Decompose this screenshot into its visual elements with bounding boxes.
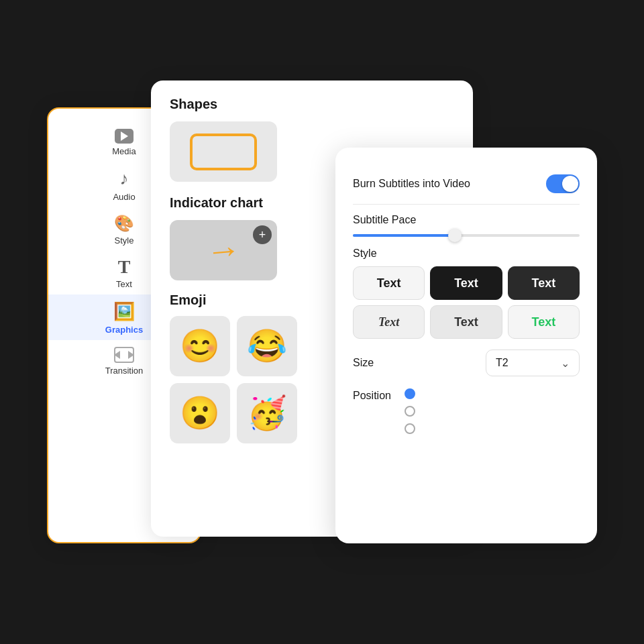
style-option-italic[interactable]: Text — [353, 305, 425, 339]
style-option-dark[interactable]: Text — [508, 266, 580, 300]
position-dot-bottom[interactable] — [405, 423, 415, 434]
text-icon: T — [118, 258, 131, 276]
emoji-card-2[interactable]: 😂 — [237, 316, 297, 376]
position-dot-top[interactable] — [405, 388, 415, 399]
style-option-plain[interactable]: Text — [353, 266, 425, 300]
style-option-medium[interactable]: Text — [430, 305, 502, 339]
subtitle-pace-slider[interactable] — [353, 234, 580, 237]
shape-card-rect[interactable] — [170, 121, 277, 182]
style-option-green[interactable]: Text — [508, 305, 580, 339]
size-dropdown[interactable]: T2 ⌄ — [486, 350, 580, 376]
sidebar-item-label-graphics: Graphics — [105, 325, 143, 335]
subtitle-pace-label: Subtitle Pace — [353, 214, 580, 226]
size-row: Size T2 ⌄ — [353, 350, 580, 376]
position-row: Position — [353, 387, 580, 434]
emoji-card-4[interactable]: 🥳 — [237, 383, 297, 443]
subtitle-pace-section: Subtitle Pace — [353, 207, 580, 248]
audio-icon: ♪ — [120, 168, 129, 189]
shapes-title: Shapes — [170, 97, 457, 112]
position-label: Position — [353, 387, 391, 402]
transition-icon — [114, 347, 134, 363]
divider-1 — [353, 204, 580, 205]
emoji-grinning: 😊 — [180, 327, 220, 365]
shape-rectangle — [190, 133, 257, 170]
emoji-party: 🥳 — [247, 394, 287, 432]
sidebar-item-label-text: Text — [116, 279, 132, 289]
emoji-card-3[interactable]: 😮 — [170, 383, 230, 443]
emoji-card-1[interactable]: 😊 — [170, 316, 230, 376]
sidebar-item-label-transition: Transition — [105, 366, 144, 376]
indicator-arrow-icon: → — [205, 231, 242, 269]
position-dot-middle[interactable] — [405, 406, 415, 417]
slider-fill — [353, 234, 455, 237]
emoji-surprised: 😮 — [180, 394, 220, 432]
graphics-icon: 🖼️ — [113, 301, 135, 322]
position-options — [405, 388, 415, 434]
burn-subtitles-label: Burn Subtitles into Video — [353, 178, 470, 190]
slider-thumb[interactable] — [448, 229, 462, 242]
indicator-card[interactable]: + → — [170, 220, 277, 280]
sidebar-item-label-style: Style — [115, 235, 134, 246]
sidebar-item-label-media: Media — [112, 146, 136, 156]
media-icon — [115, 129, 133, 144]
emoji-laughing: 😂 — [247, 327, 287, 365]
style-icon: 🎨 — [114, 214, 134, 233]
burn-subtitles-row: Burn Subtitles into Video — [353, 166, 580, 201]
sidebar-item-label-audio: Audio — [113, 192, 135, 202]
size-value: T2 — [496, 357, 508, 369]
style-options-grid: Text Text Text Text Text Text — [353, 266, 580, 339]
style-option-selected[interactable]: Text — [430, 266, 502, 300]
settings-panel: Burn Subtitles into Video Subtitle Pace … — [335, 148, 597, 543]
toggle-knob — [562, 176, 578, 192]
add-indicator-button[interactable]: + — [253, 225, 272, 244]
chevron-down-icon: ⌄ — [561, 357, 570, 370]
style-section-label: Style — [353, 248, 580, 260]
burn-subtitles-toggle[interactable] — [546, 174, 580, 193]
size-label: Size — [353, 357, 374, 369]
style-section: Style Text Text Text Text Text — [353, 248, 580, 339]
